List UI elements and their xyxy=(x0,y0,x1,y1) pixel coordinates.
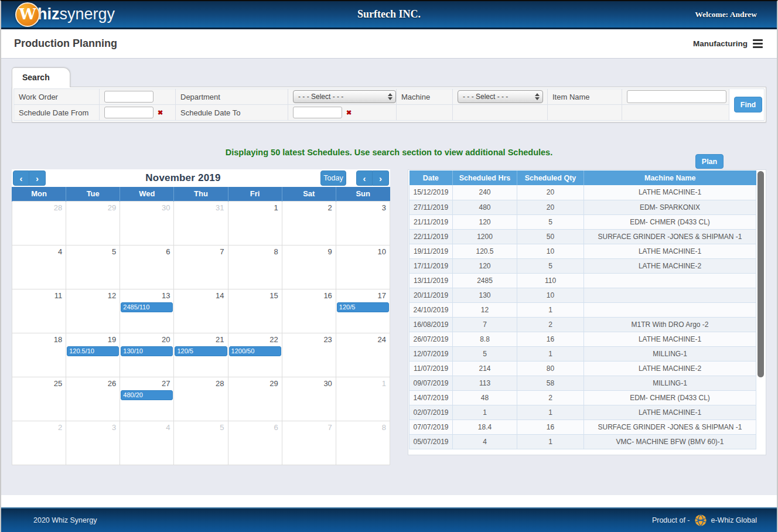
schedule-event[interactable]: 1200/50 xyxy=(229,346,281,356)
schedule-row[interactable]: 17/11/20191205LATHE MACHINE-2 xyxy=(410,258,756,273)
calendar-day-cell[interactable]: 12 xyxy=(66,289,120,333)
calendar-today-button[interactable]: Today xyxy=(320,170,346,186)
day-number: 5 xyxy=(174,421,227,432)
calendar-day-cell[interactable]: 14 xyxy=(174,289,228,333)
department-label: Department xyxy=(176,89,288,105)
calendar-day-cell[interactable]: 11 xyxy=(12,289,66,333)
schedule-row[interactable]: 24/10/2019121 xyxy=(410,302,756,317)
schedule-row[interactable]: 02/07/201911LATHE MACHINE-1 xyxy=(410,405,756,420)
table-scrollbar[interactable] xyxy=(757,171,765,449)
calendar-prev-button[interactable]: ‹ xyxy=(356,170,373,186)
calendar-day-cell[interactable]: 29 xyxy=(228,377,282,421)
calendar-day-cell[interactable]: 3 xyxy=(336,201,390,245)
calendar-next-button[interactable]: › xyxy=(373,170,389,186)
schedule-row[interactable]: 12/07/201951MILLING-1 xyxy=(410,346,756,361)
scrollbar-thumb[interactable] xyxy=(757,171,764,377)
schedule-cell: 02/07/2019 xyxy=(410,405,453,420)
schedule-row[interactable]: 27/11/201948020EDM- SPARKONIX xyxy=(410,200,756,214)
calendar-day-cell[interactable]: 20130/10 xyxy=(120,333,174,377)
day-number: 13 xyxy=(120,289,173,300)
schedule-row[interactable]: 15/12/201924020LATHE MACHINE-1 xyxy=(410,185,756,200)
find-button[interactable]: Find xyxy=(734,97,762,112)
calendar-day-cell[interactable]: 19120.5/10 xyxy=(66,333,120,377)
schedule-row[interactable]: 26/07/20198.816LATHE MACHINE-1 xyxy=(410,332,756,346)
calendar-day-cell[interactable]: 1 xyxy=(228,201,282,245)
calendar-day-cell[interactable]: 2 xyxy=(12,421,66,465)
calendar-day-cell[interactable]: 28 xyxy=(174,377,228,421)
calendar-day-cell[interactable]: 26 xyxy=(66,377,120,421)
calendar-day-cell[interactable]: 23 xyxy=(282,333,336,377)
calendar-day-cell[interactable]: 9 xyxy=(282,245,336,289)
work-order-label: Work Order xyxy=(14,89,100,105)
calendar-day-cell[interactable]: 1 xyxy=(336,377,390,421)
schedule-row[interactable]: 05/07/201941VMC- MACHINE BFW (BMV 60)-1 xyxy=(410,434,756,449)
calendar-day-cell[interactable]: 6 xyxy=(120,245,174,289)
menu-icon[interactable] xyxy=(753,39,763,48)
day-number: 3 xyxy=(66,421,120,432)
calendar-day-cell[interactable]: 4 xyxy=(120,421,174,465)
calendar-day-cell[interactable]: 28 xyxy=(12,201,66,245)
calendar-day-cell[interactable]: 15 xyxy=(228,289,282,333)
schedule-date-from-input[interactable] xyxy=(104,107,153,118)
clear-date-to-icon[interactable]: ✖ xyxy=(346,109,352,116)
calendar-day-cell[interactable]: 132485/110 xyxy=(120,289,174,333)
calendar-day-cell[interactable]: 2 xyxy=(282,201,336,245)
calendar-day-cell[interactable]: 5 xyxy=(66,245,120,289)
calendar-day-cell[interactable]: 31 xyxy=(174,201,228,245)
schedule-cell: 24/10/2019 xyxy=(410,302,453,317)
calendar-day-cell[interactable]: 25 xyxy=(12,377,66,421)
schedule-event[interactable]: 120/5 xyxy=(337,302,389,312)
calendar-day-cell[interactable]: 24 xyxy=(336,333,390,377)
schedule-event[interactable]: 120/5 xyxy=(175,346,227,356)
work-order-input[interactable] xyxy=(104,91,153,103)
schedule-row[interactable]: 16/08/201972M1TR With DRO Argo -2 xyxy=(410,317,756,332)
calendar-day-cell[interactable]: 7 xyxy=(174,245,228,289)
item-name-input[interactable] xyxy=(627,90,726,103)
schedule-row[interactable]: 19/11/2019120.510LATHE MACHINE-1 xyxy=(410,244,756,258)
schedule-date-to-input[interactable] xyxy=(293,107,342,118)
calendar-day-cell[interactable]: 30 xyxy=(120,201,174,245)
day-number: 22 xyxy=(228,333,282,344)
calendar-day-cell[interactable]: 4 xyxy=(12,245,66,289)
tab-search[interactable]: Search xyxy=(12,67,70,87)
calendar-day-cell[interactable]: 27480/20 xyxy=(120,377,174,421)
calendar-day-cell[interactable]: 18 xyxy=(12,333,66,377)
module-switcher[interactable]: Manufacturing xyxy=(693,39,763,48)
schedule-row[interactable]: 11/07/201921480LATHE MACHINE-2 xyxy=(410,361,756,376)
calendar-day-cell[interactable]: 16 xyxy=(282,289,336,333)
calendar-day-cell[interactable]: 8 xyxy=(336,421,390,465)
schedule-cell: 48 xyxy=(453,390,517,405)
department-select[interactable]: - - - Select - - - xyxy=(293,90,396,103)
calendar-day-cell[interactable]: 3 xyxy=(66,421,120,465)
schedule-cell: 1 xyxy=(517,434,584,449)
calendar-day-cell[interactable]: 6 xyxy=(228,421,282,465)
plan-button[interactable]: Plan xyxy=(695,154,724,169)
schedule-row[interactable]: 20/11/201913010 xyxy=(410,288,756,302)
calendar-day-cell[interactable]: 221200/50 xyxy=(228,333,282,377)
machine-select[interactable]: - - - Select - - - xyxy=(458,90,543,103)
calendar-next-button[interactable]: › xyxy=(29,170,46,186)
calendar-day-cell[interactable]: 29 xyxy=(66,201,120,245)
calendar-day-cell[interactable]: 8 xyxy=(228,245,282,289)
schedule-row[interactable]: 09/07/201911358MILLING-1 xyxy=(410,376,756,390)
schedule-table-container: Date Scheduled Hrs Scheduled Qty Machine… xyxy=(408,169,766,455)
calendar-prev-button[interactable]: ‹ xyxy=(13,170,29,186)
column-header-scheduled-qty: Scheduled Qty xyxy=(517,170,584,185)
schedule-cell: 113 xyxy=(453,376,517,390)
schedule-event[interactable]: 120.5/10 xyxy=(67,346,119,356)
calendar-day-cell[interactable]: 10 xyxy=(336,245,390,289)
calendar-day-cell[interactable]: 17120/5 xyxy=(336,289,390,333)
schedule-row[interactable]: 14/07/2019482EDM- CHMER (D433 CL) xyxy=(410,390,756,405)
schedule-event[interactable]: 130/10 xyxy=(121,346,173,356)
schedule-row[interactable]: 21/11/20191205EDM- CHMER (D433 CL) xyxy=(410,214,756,229)
calendar-day-cell[interactable]: 5 xyxy=(174,421,228,465)
schedule-row[interactable]: 07/07/201918.416SURFACE GRINDER -JONES &… xyxy=(410,420,756,434)
calendar-day-cell[interactable]: 30 xyxy=(282,377,336,421)
calendar-day-cell[interactable]: 21120/5 xyxy=(174,333,228,377)
schedule-event[interactable]: 480/20 xyxy=(121,390,173,400)
clear-date-from-icon[interactable]: ✖ xyxy=(158,109,163,116)
schedule-event[interactable]: 2485/110 xyxy=(121,302,173,312)
calendar-day-cell[interactable]: 7 xyxy=(282,421,336,465)
schedule-row[interactable]: 22/11/2019120050SURFACE GRINDER -JONES &… xyxy=(410,229,756,244)
schedule-row[interactable]: 13/11/20192485110 xyxy=(410,273,756,288)
